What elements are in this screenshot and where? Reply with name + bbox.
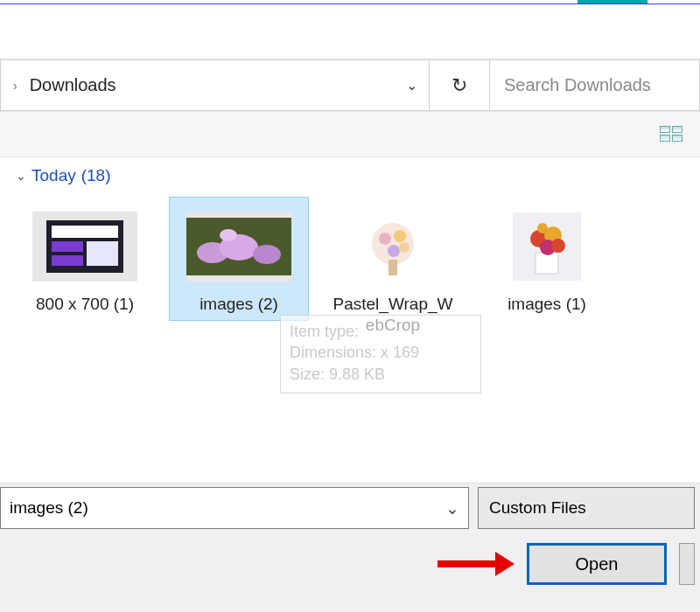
file-name: images (1) bbox=[508, 294, 586, 315]
refresh-button[interactable]: ↻ bbox=[429, 59, 490, 111]
group-count: (18) bbox=[81, 166, 111, 185]
current-folder-label: Downloads bbox=[30, 75, 394, 95]
title-bar-spacer bbox=[0, 7, 700, 59]
svg-rect-1 bbox=[52, 226, 118, 238]
address-bar-row: › Downloads ⌄ ↻ Search Downloads bbox=[0, 59, 700, 112]
svg-rect-16 bbox=[388, 260, 397, 275]
group-label: Today bbox=[32, 166, 76, 185]
file-thumbnail bbox=[340, 212, 445, 282]
chevron-right-icon: › bbox=[13, 79, 18, 93]
dialog-button-row: Open bbox=[0, 529, 700, 599]
dialog-footer: images (2) ⌄ Custom Files Open bbox=[0, 483, 700, 612]
open-button[interactable]: Open bbox=[527, 543, 667, 585]
svg-point-23 bbox=[537, 223, 548, 233]
open-button-label: Open bbox=[576, 554, 619, 574]
file-thumbnail bbox=[32, 212, 137, 282]
filename-input[interactable]: images (2) ⌄ bbox=[0, 487, 469, 529]
svg-point-9 bbox=[220, 229, 237, 241]
filename-value: images (2) bbox=[10, 498, 88, 518]
date-group-header[interactable]: ⌄ Today (18) bbox=[16, 166, 684, 185]
svg-point-14 bbox=[388, 245, 400, 257]
list-item[interactable]: images (2) bbox=[170, 198, 308, 320]
file-listing-pane: ⌄ Today (18) 700 x 612 (1) images (2) Pa… bbox=[0, 157, 700, 437]
filter-label: Custom Files bbox=[489, 498, 586, 518]
svg-point-15 bbox=[399, 242, 410, 253]
cancel-button-partial[interactable] bbox=[679, 543, 695, 585]
file-items-row: 700 x 612 (1) images (2) Pastel_Wrap_Web… bbox=[16, 198, 684, 341]
toolbar bbox=[0, 112, 700, 157]
annotation-arrow bbox=[438, 552, 514, 576]
chevron-down-icon: ⌄ bbox=[16, 169, 26, 183]
list-item-partial[interactable] bbox=[632, 198, 649, 208]
svg-point-12 bbox=[379, 233, 391, 245]
chevron-down-icon[interactable]: ⌄ bbox=[445, 498, 459, 518]
file-thumbnail bbox=[186, 212, 291, 282]
view-mode-button[interactable] bbox=[660, 126, 684, 143]
content-gap bbox=[0, 437, 700, 483]
file-name: 700 x 612 (1) bbox=[36, 294, 134, 315]
file-name: Pastel_Wrap_WebCrop bbox=[329, 294, 457, 336]
svg-rect-4 bbox=[87, 241, 118, 266]
file-thumbnail bbox=[494, 212, 599, 282]
file-type-filter[interactable]: Custom Files bbox=[478, 487, 695, 529]
window-top-border bbox=[0, 0, 700, 7]
file-name: images (2) bbox=[200, 294, 278, 315]
chevron-down-icon[interactable]: ⌄ bbox=[394, 77, 429, 94]
svg-rect-18 bbox=[536, 253, 558, 274]
search-input[interactable]: Search Downloads bbox=[490, 59, 700, 111]
svg-point-8 bbox=[253, 245, 281, 264]
list-item[interactable]: images (1) bbox=[478, 198, 616, 320]
filename-row: images (2) ⌄ Custom Files bbox=[0, 487, 700, 529]
list-item[interactable]: 700 x 612 (1) bbox=[16, 198, 154, 320]
svg-rect-2 bbox=[52, 241, 83, 252]
svg-point-13 bbox=[394, 230, 406, 242]
svg-point-22 bbox=[551, 239, 565, 253]
svg-rect-3 bbox=[52, 255, 83, 266]
list-item[interactable]: Pastel_Wrap_WebCrop bbox=[324, 198, 462, 341]
refresh-icon: ↻ bbox=[452, 74, 467, 97]
breadcrumb[interactable]: › Downloads ⌄ bbox=[0, 59, 429, 111]
search-placeholder: Search Downloads bbox=[504, 75, 651, 95]
